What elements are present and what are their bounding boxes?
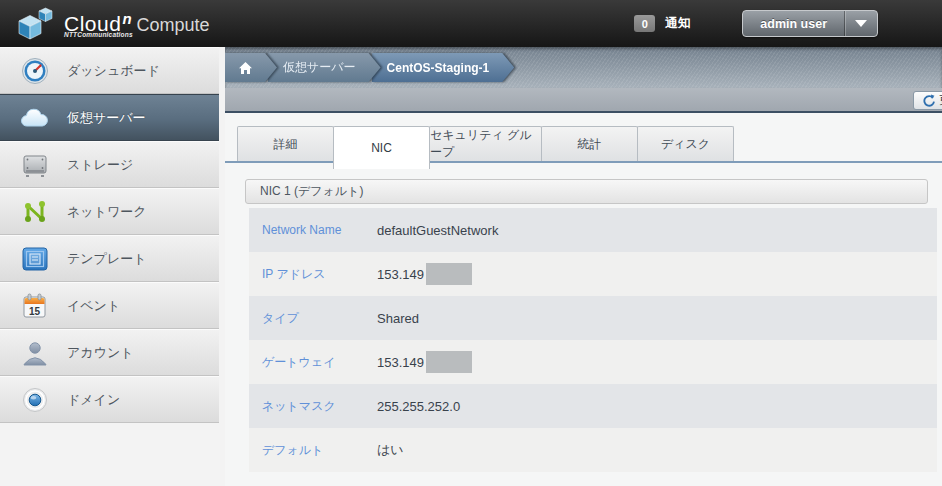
sidebar-item-events[interactable]: 15 イベント: [0, 282, 219, 329]
main-area: 仮想サーバー CentOS-Staging-1 更新 詳細 NIC セキュリティ…: [225, 47, 942, 486]
breadcrumb-item-current: CentOS-Staging-1: [372, 53, 515, 82]
sidebar-item-accounts[interactable]: アカウント: [0, 329, 219, 376]
cloud-icon: [20, 103, 50, 133]
chevron-down-icon: [855, 20, 867, 27]
user-menu-dropdown[interactable]: [845, 11, 877, 36]
calendar-icon: 15: [20, 291, 50, 321]
storage-icon: [20, 150, 50, 180]
breadcrumb: 仮想サーバー CentOS-Staging-1: [225, 47, 942, 88]
sidebar-item-label: 仮想サーバー: [67, 109, 146, 127]
account-icon: [20, 338, 50, 368]
sidebar-item-label: ストレージ: [67, 156, 133, 174]
sidebar-item-label: ドメイン: [67, 391, 120, 409]
sidebar: ダッシュボード 仮想サーバー: [0, 47, 225, 486]
notification-count-badge[interactable]: 0: [634, 15, 655, 32]
table-row: ネットマスク 255.255.252.0: [249, 384, 937, 428]
notification-label: 通知: [665, 15, 690, 32]
row-value: 153.149: [377, 355, 424, 370]
row-label: ゲートウェイ: [262, 354, 377, 371]
sidebar-item-label: テンプレート: [67, 250, 147, 268]
app-header: Cloudn Compute NTTCommunications 0 通知 ad…: [0, 0, 942, 47]
breadcrumb-home[interactable]: [225, 53, 277, 82]
brand-compute: Compute: [137, 15, 210, 36]
table-row: タイプ Shared: [249, 296, 937, 340]
table-row: デフォルト はい: [249, 428, 937, 472]
sidebar-item-label: ダッシュボード: [67, 62, 160, 80]
row-value: Shared: [377, 311, 419, 326]
brand-sup-n: n: [122, 10, 131, 27]
table-row: ゲートウェイ 153.149: [249, 340, 937, 384]
detail-content: 詳細 NIC セキュリティ グループ 統計 ディスク NIC 1 (デフォルト)…: [225, 113, 942, 472]
dashboard-icon: [20, 56, 50, 86]
nic-panel: NIC 1 (デフォルト) Network Name defaultGuestN…: [245, 179, 937, 472]
brand-logo: Cloudn Compute NTTCommunications: [14, 6, 210, 42]
sidebar-item-network[interactable]: ネットワーク: [0, 188, 219, 235]
sidebar-item-domains[interactable]: ドメイン: [0, 376, 219, 423]
row-label: ネットマスク: [262, 398, 377, 415]
user-menu-label[interactable]: admin user: [743, 11, 844, 36]
refresh-icon: [922, 94, 935, 107]
home-icon: [238, 61, 253, 75]
network-icon: [20, 197, 50, 227]
cubes-logo-icon: [14, 6, 58, 42]
panel-title: NIC 1 (デフォルト): [245, 179, 928, 204]
table-row: IP アドレス 153.149: [249, 252, 937, 296]
row-label: Network Name: [262, 223, 377, 237]
row-label: タイプ: [262, 310, 377, 327]
tab-disk[interactable]: ディスク: [637, 126, 734, 161]
tab-strip: 詳細 NIC セキュリティ グループ 統計 ディスク: [225, 126, 942, 163]
row-value: はい: [377, 441, 404, 459]
refresh-button[interactable]: 更新: [913, 91, 942, 110]
brand-subtitle: NTTCommunications: [64, 31, 133, 38]
sidebar-item-template[interactable]: テンプレート: [0, 235, 219, 282]
domain-icon: [20, 385, 50, 415]
redaction-box: [426, 263, 472, 285]
tab-statistics[interactable]: 統計: [541, 126, 638, 161]
row-value: 153.149: [377, 267, 424, 282]
notifications-control[interactable]: 0 通知: [634, 15, 690, 32]
sidebar-item-virtual-server[interactable]: 仮想サーバー: [0, 94, 219, 141]
tab-details[interactable]: 詳細: [237, 126, 334, 161]
sidebar-item-dashboard[interactable]: ダッシュボード: [0, 47, 219, 94]
sidebar-item-label: アカウント: [67, 344, 134, 362]
redaction-box: [426, 351, 472, 373]
row-value: defaultGuestNetwork: [377, 223, 498, 238]
sidebar-item-storage[interactable]: ストレージ: [0, 141, 219, 188]
table-row: Network Name defaultGuestNetwork: [249, 208, 937, 252]
tab-security-groups[interactable]: セキュリティ グループ: [429, 126, 542, 161]
tab-nic[interactable]: NIC: [333, 126, 430, 169]
row-value: 255.255.252.0: [377, 399, 460, 414]
sidebar-item-label: イベント: [67, 297, 120, 315]
breadcrumb-item-virtual-server[interactable]: 仮想サーバー: [268, 53, 381, 82]
calendar-day-number: 15: [29, 305, 41, 316]
toolbar: 更新: [225, 88, 942, 113]
template-icon: [20, 244, 50, 274]
detail-rows: Network Name defaultGuestNetwork IP アドレス…: [249, 208, 937, 472]
app-window: Cloudn Compute NTTCommunications 0 通知 ad…: [0, 0, 942, 486]
user-menu-button[interactable]: admin user: [742, 10, 878, 37]
row-label: IP アドレス: [262, 266, 377, 283]
sidebar-item-label: ネットワーク: [67, 203, 147, 221]
row-label: デフォルト: [262, 442, 377, 459]
